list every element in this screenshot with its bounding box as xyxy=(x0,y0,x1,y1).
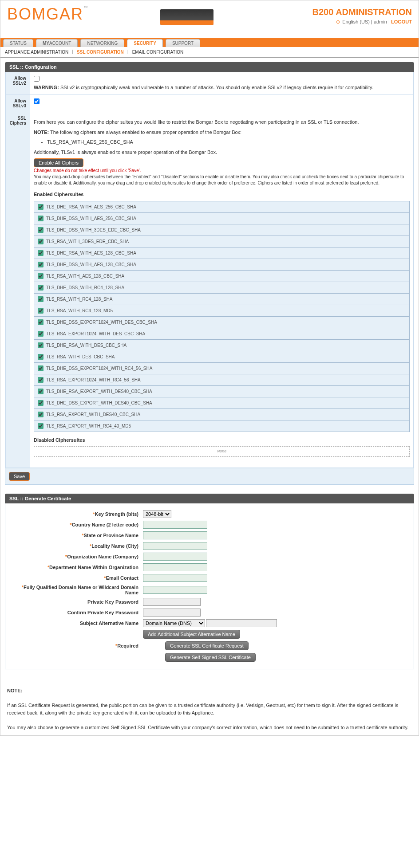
cipher-checkbox[interactable] xyxy=(38,354,43,360)
cipher-checkbox[interactable] xyxy=(38,319,43,325)
dept-input[interactable] xyxy=(143,563,207,571)
cipher-checkbox[interactable] xyxy=(38,377,43,383)
save-button[interactable]: Save xyxy=(9,472,30,481)
org-label: Organization Name (Company) xyxy=(67,554,138,559)
cipher-checkbox[interactable] xyxy=(38,216,43,221)
cipher-item[interactable]: TLS_RSA_EXPORT_WITH_DES40_CBC_SHA xyxy=(34,409,409,420)
cipher-item[interactable]: TLS_RSA_WITH_AES_128_CBC_SHA xyxy=(34,271,409,282)
cipher-item[interactable]: TLS_DHE_RSA_WITH_AES_128_CBC_SHA xyxy=(34,247,409,259)
cipher-name: TLS_RSA_WITH_AES_128_CBC_SHA xyxy=(46,273,124,279)
cipher-checkbox[interactable] xyxy=(38,204,43,210)
cipher-checkbox[interactable] xyxy=(38,400,43,406)
cipher-name: TLS_RSA_EXPORT1024_WITH_DES_CBC_SHA xyxy=(46,330,145,337)
disabled-cipher-zone[interactable]: None xyxy=(34,446,410,457)
cipher-checkbox[interactable] xyxy=(38,331,43,337)
user-link[interactable]: admin xyxy=(374,19,387,24)
cipher-name: TLS_DHE_DSS_WITH_RC4_128_SHA xyxy=(46,284,124,291)
ssl-config-header: SSL :: Configuration xyxy=(5,62,414,72)
globe-icon: ⊕ xyxy=(336,19,340,24)
add-san-button[interactable]: Add Additional Subject Alternative Name xyxy=(143,630,240,639)
cipher-name: TLS_RSA_EXPORT1024_WITH_RC4_56_SHA xyxy=(46,377,141,383)
locality-input[interactable] xyxy=(143,542,207,550)
tlsv1-note: Additionally, TLSv1 is always enabled to… xyxy=(34,149,410,156)
enable-all-ciphers-button[interactable]: Enable All Ciphers xyxy=(34,158,83,167)
cipher-item[interactable]: TLS_DHE_RSA_EXPORT_WITH_DES40_CBC_SHA xyxy=(34,386,409,397)
tab-support[interactable]: SUPPORT xyxy=(166,39,200,47)
subtab-appliance[interactable]: APPLIANCE ADMINISTRATION xyxy=(3,49,70,55)
cipher-name: TLS_DHE_DSS_WITH_AES_128_CBC_SHA xyxy=(46,261,136,268)
org-input[interactable] xyxy=(143,553,207,561)
cipher-name: TLS_DHE_DSS_EXPORT_WITH_DES40_CBC_SHA xyxy=(46,400,152,406)
cipher-item[interactable]: TLS_RSA_WITH_DES_CBC_SHA xyxy=(34,351,409,363)
cipher-item[interactable]: TLS_DHE_DSS_WITH_3DES_EDE_CBC_SHA xyxy=(34,224,409,236)
drag-drop-note: You may drag-and-drop ciphersuites betwe… xyxy=(34,174,410,186)
save-warning-note: Changes made do not take effect until yo… xyxy=(34,167,410,174)
cipher-item[interactable]: TLS_RSA_EXPORT1024_WITH_DES_CBC_SHA xyxy=(34,328,409,340)
generate-self-signed-button[interactable]: Generate Self-Signed SSL Certificate xyxy=(165,653,256,662)
confirm-label: Confirm Private Key Password xyxy=(67,610,138,615)
cipher-item[interactable]: TLS_DHE_DSS_WITH_RC4_128_SHA xyxy=(34,282,409,294)
language-link[interactable]: English (US) xyxy=(342,19,370,24)
cipher-item[interactable]: TLS_DHE_DSS_EXPORT1024_WITH_RC4_56_SHA xyxy=(34,363,409,374)
locality-label: Locality Name (City) xyxy=(91,543,138,549)
cipher-checkbox[interactable] xyxy=(38,285,43,291)
cipher-item[interactable]: TLS_RSA_EXPORT_WITH_RC4_40_MD5 xyxy=(34,420,409,432)
disabled-ciphersuites-title: Disabled Ciphersuites xyxy=(34,436,410,444)
subtab-email-config[interactable]: EMAIL CONFIGURATION xyxy=(130,49,186,55)
confirm-private-key-password-input[interactable] xyxy=(143,609,201,617)
allow-sslv2-label: Allow SSLv2 xyxy=(6,72,30,95)
cipher-item[interactable]: TLS_DHE_DSS_WITH_AES_256_CBC_SHA xyxy=(34,213,409,224)
private-key-password-input[interactable] xyxy=(143,598,201,606)
cipher-item[interactable]: TLS_DHE_RSA_WITH_AES_256_CBC_SHA xyxy=(34,201,409,213)
cipher-item[interactable]: TLS_RSA_WITH_RC4_128_MD5 xyxy=(34,305,409,317)
allow-sslv3-checkbox[interactable] xyxy=(34,98,40,104)
cipher-name: TLS_DHE_RSA_EXPORT_WITH_DES40_CBC_SHA xyxy=(46,388,152,395)
cipher-name: TLS_RSA_WITH_RC4_128_SHA xyxy=(46,296,113,302)
cipher-checkbox[interactable] xyxy=(38,262,43,267)
cipher-checkbox[interactable] xyxy=(38,423,43,429)
cipher-item[interactable]: TLS_RSA_WITH_RC4_128_SHA xyxy=(34,294,409,305)
cipher-item[interactable]: TLS_DHE_DSS_EXPORT1024_WITH_DES_CBC_SHA xyxy=(34,317,409,328)
country-input[interactable] xyxy=(143,521,207,529)
cipher-checkbox[interactable] xyxy=(38,308,43,314)
cipher-item[interactable]: TLS_DHE_RSA_WITH_DES_CBC_SHA xyxy=(34,340,409,351)
cipher-checkbox[interactable] xyxy=(38,342,43,348)
cipher-checkbox[interactable] xyxy=(38,250,43,256)
cipher-item[interactable]: TLS_DHE_DSS_EXPORT_WITH_DES40_CBC_SHA xyxy=(34,397,409,409)
cipher-name: TLS_DHE_RSA_WITH_AES_128_CBC_SHA xyxy=(46,250,136,256)
tab-networking[interactable]: NETWORKING xyxy=(80,39,124,47)
cipher-item[interactable]: TLS_RSA_WITH_3DES_EDE_CBC_SHA xyxy=(34,236,409,247)
fqdn-input[interactable] xyxy=(143,586,207,594)
allow-sslv2-checkbox[interactable] xyxy=(34,76,40,82)
cipher-checkbox[interactable] xyxy=(38,389,43,394)
key-strength-select[interactable]: 2048-bit xyxy=(143,510,171,518)
enabled-ciphersuites-title: Enabled Ciphersuites xyxy=(34,191,410,198)
cipher-name: TLS_DHE_DSS_EXPORT1024_WITH_RC4_56_SHA xyxy=(46,365,152,372)
tab-myaccount[interactable]: MYACCOUNT xyxy=(36,39,78,47)
always-enabled-cipher: TLS_RSA_WITH_AES_256_CBC_SHA xyxy=(47,138,410,146)
cipher-item[interactable]: TLS_DHE_DSS_WITH_AES_128_CBC_SHA xyxy=(34,259,409,271)
tab-security[interactable]: SECURITY xyxy=(127,39,163,47)
cipher-checkbox[interactable] xyxy=(38,365,43,371)
tab-status[interactable]: STATUS xyxy=(3,39,33,47)
subtab-ssl-config[interactable]: SSL CONFIGURATION xyxy=(75,49,126,55)
admin-title: B200 ADMINISTRATION xyxy=(312,7,412,17)
cipher-checkbox[interactable] xyxy=(38,412,43,417)
cipher-checkbox[interactable] xyxy=(38,239,43,244)
email-input[interactable] xyxy=(143,574,207,582)
cipher-item[interactable]: TLS_RSA_EXPORT1024_WITH_RC4_56_SHA xyxy=(34,374,409,386)
sslv2-warning: WARNING: SSLv2 is cryptographically weak… xyxy=(34,84,410,91)
generate-cert-request-button[interactable]: Generate SSL Certificate Request xyxy=(165,641,249,650)
cipher-checkbox[interactable] xyxy=(38,227,43,233)
san-type-select[interactable]: Domain Name (DNS) xyxy=(143,619,205,627)
email-label: Email Contact xyxy=(106,575,138,581)
enabled-cipher-list[interactable]: TLS_DHE_RSA_WITH_AES_256_CBC_SHATLS_DHE_… xyxy=(34,201,410,432)
logout-link[interactable]: LOGOUT xyxy=(391,19,412,24)
required-label: Required xyxy=(117,643,138,648)
cipher-checkbox[interactable] xyxy=(38,273,43,279)
san-value-input[interactable] xyxy=(206,619,277,627)
cipher-checkbox[interactable] xyxy=(38,296,43,302)
fqdn-label: Fully Qualified Domain Name or Wildcard … xyxy=(24,585,138,595)
state-input[interactable] xyxy=(143,531,207,539)
cipher-name: TLS_DHE_DSS_EXPORT1024_WITH_DES_CBC_SHA xyxy=(46,319,157,326)
